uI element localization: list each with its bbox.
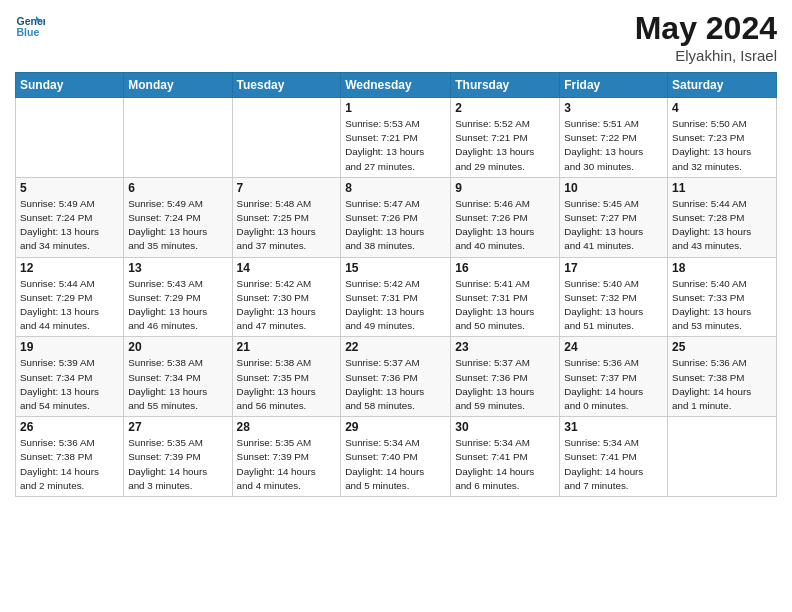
day-info: Sunrise: 5:34 AM Sunset: 7:40 PM Dayligh… <box>345 436 446 493</box>
day-cell: 5Sunrise: 5:49 AM Sunset: 7:24 PM Daylig… <box>16 177 124 257</box>
day-cell: 13Sunrise: 5:43 AM Sunset: 7:29 PM Dayli… <box>124 257 232 337</box>
day-number: 9 <box>455 181 555 195</box>
day-cell: 7Sunrise: 5:48 AM Sunset: 7:25 PM Daylig… <box>232 177 341 257</box>
day-cell: 16Sunrise: 5:41 AM Sunset: 7:31 PM Dayli… <box>451 257 560 337</box>
header: General Blue May 2024 Elyakhin, Israel <box>15 10 777 64</box>
day-number: 31 <box>564 420 663 434</box>
day-cell: 29Sunrise: 5:34 AM Sunset: 7:40 PM Dayli… <box>341 417 451 497</box>
day-info: Sunrise: 5:37 AM Sunset: 7:36 PM Dayligh… <box>455 356 555 413</box>
day-cell: 2Sunrise: 5:52 AM Sunset: 7:21 PM Daylig… <box>451 98 560 178</box>
day-info: Sunrise: 5:37 AM Sunset: 7:36 PM Dayligh… <box>345 356 446 413</box>
col-saturday: Saturday <box>668 73 777 98</box>
week-row-1: 1Sunrise: 5:53 AM Sunset: 7:21 PM Daylig… <box>16 98 777 178</box>
day-info: Sunrise: 5:42 AM Sunset: 7:31 PM Dayligh… <box>345 277 446 334</box>
day-cell: 27Sunrise: 5:35 AM Sunset: 7:39 PM Dayli… <box>124 417 232 497</box>
day-cell <box>668 417 777 497</box>
day-cell: 25Sunrise: 5:36 AM Sunset: 7:38 PM Dayli… <box>668 337 777 417</box>
day-cell: 21Sunrise: 5:38 AM Sunset: 7:35 PM Dayli… <box>232 337 341 417</box>
day-cell: 24Sunrise: 5:36 AM Sunset: 7:37 PM Dayli… <box>560 337 668 417</box>
month-title: May 2024 <box>635 10 777 47</box>
day-number: 4 <box>672 101 772 115</box>
page: General Blue May 2024 Elyakhin, Israel S… <box>0 0 792 612</box>
day-number: 7 <box>237 181 337 195</box>
day-number: 12 <box>20 261 119 275</box>
day-cell: 28Sunrise: 5:35 AM Sunset: 7:39 PM Dayli… <box>232 417 341 497</box>
day-number: 25 <box>672 340 772 354</box>
day-info: Sunrise: 5:39 AM Sunset: 7:34 PM Dayligh… <box>20 356 119 413</box>
day-cell: 11Sunrise: 5:44 AM Sunset: 7:28 PM Dayli… <box>668 177 777 257</box>
day-info: Sunrise: 5:51 AM Sunset: 7:22 PM Dayligh… <box>564 117 663 174</box>
day-info: Sunrise: 5:46 AM Sunset: 7:26 PM Dayligh… <box>455 197 555 254</box>
col-monday: Monday <box>124 73 232 98</box>
day-number: 10 <box>564 181 663 195</box>
day-info: Sunrise: 5:48 AM Sunset: 7:25 PM Dayligh… <box>237 197 337 254</box>
day-number: 30 <box>455 420 555 434</box>
day-number: 29 <box>345 420 446 434</box>
logo-icon: General Blue <box>15 10 45 40</box>
day-number: 21 <box>237 340 337 354</box>
week-row-5: 26Sunrise: 5:36 AM Sunset: 7:38 PM Dayli… <box>16 417 777 497</box>
week-row-2: 5Sunrise: 5:49 AM Sunset: 7:24 PM Daylig… <box>16 177 777 257</box>
col-thursday: Thursday <box>451 73 560 98</box>
day-info: Sunrise: 5:40 AM Sunset: 7:32 PM Dayligh… <box>564 277 663 334</box>
col-wednesday: Wednesday <box>341 73 451 98</box>
calendar: Sunday Monday Tuesday Wednesday Thursday… <box>15 72 777 497</box>
day-number: 1 <box>345 101 446 115</box>
day-number: 8 <box>345 181 446 195</box>
day-cell: 10Sunrise: 5:45 AM Sunset: 7:27 PM Dayli… <box>560 177 668 257</box>
day-cell: 19Sunrise: 5:39 AM Sunset: 7:34 PM Dayli… <box>16 337 124 417</box>
day-cell: 23Sunrise: 5:37 AM Sunset: 7:36 PM Dayli… <box>451 337 560 417</box>
day-number: 3 <box>564 101 663 115</box>
day-number: 6 <box>128 181 227 195</box>
day-cell: 17Sunrise: 5:40 AM Sunset: 7:32 PM Dayli… <box>560 257 668 337</box>
day-cell: 31Sunrise: 5:34 AM Sunset: 7:41 PM Dayli… <box>560 417 668 497</box>
day-number: 2 <box>455 101 555 115</box>
day-number: 11 <box>672 181 772 195</box>
day-number: 22 <box>345 340 446 354</box>
week-row-4: 19Sunrise: 5:39 AM Sunset: 7:34 PM Dayli… <box>16 337 777 417</box>
day-cell: 20Sunrise: 5:38 AM Sunset: 7:34 PM Dayli… <box>124 337 232 417</box>
day-info: Sunrise: 5:38 AM Sunset: 7:34 PM Dayligh… <box>128 356 227 413</box>
day-cell: 6Sunrise: 5:49 AM Sunset: 7:24 PM Daylig… <box>124 177 232 257</box>
col-tuesday: Tuesday <box>232 73 341 98</box>
day-cell: 4Sunrise: 5:50 AM Sunset: 7:23 PM Daylig… <box>668 98 777 178</box>
day-number: 14 <box>237 261 337 275</box>
day-number: 16 <box>455 261 555 275</box>
day-cell: 14Sunrise: 5:42 AM Sunset: 7:30 PM Dayli… <box>232 257 341 337</box>
day-info: Sunrise: 5:53 AM Sunset: 7:21 PM Dayligh… <box>345 117 446 174</box>
day-info: Sunrise: 5:40 AM Sunset: 7:33 PM Dayligh… <box>672 277 772 334</box>
day-info: Sunrise: 5:43 AM Sunset: 7:29 PM Dayligh… <box>128 277 227 334</box>
day-cell: 15Sunrise: 5:42 AM Sunset: 7:31 PM Dayli… <box>341 257 451 337</box>
day-number: 27 <box>128 420 227 434</box>
day-info: Sunrise: 5:49 AM Sunset: 7:24 PM Dayligh… <box>128 197 227 254</box>
day-info: Sunrise: 5:35 AM Sunset: 7:39 PM Dayligh… <box>128 436 227 493</box>
day-number: 19 <box>20 340 119 354</box>
day-number: 18 <box>672 261 772 275</box>
day-info: Sunrise: 5:44 AM Sunset: 7:29 PM Dayligh… <box>20 277 119 334</box>
title-block: May 2024 Elyakhin, Israel <box>635 10 777 64</box>
day-info: Sunrise: 5:41 AM Sunset: 7:31 PM Dayligh… <box>455 277 555 334</box>
day-cell: 1Sunrise: 5:53 AM Sunset: 7:21 PM Daylig… <box>341 98 451 178</box>
day-cell <box>124 98 232 178</box>
day-cell: 30Sunrise: 5:34 AM Sunset: 7:41 PM Dayli… <box>451 417 560 497</box>
day-number: 24 <box>564 340 663 354</box>
day-cell: 18Sunrise: 5:40 AM Sunset: 7:33 PM Dayli… <box>668 257 777 337</box>
day-info: Sunrise: 5:35 AM Sunset: 7:39 PM Dayligh… <box>237 436 337 493</box>
header-row: Sunday Monday Tuesday Wednesday Thursday… <box>16 73 777 98</box>
day-info: Sunrise: 5:36 AM Sunset: 7:38 PM Dayligh… <box>672 356 772 413</box>
day-cell: 3Sunrise: 5:51 AM Sunset: 7:22 PM Daylig… <box>560 98 668 178</box>
day-number: 5 <box>20 181 119 195</box>
day-cell: 12Sunrise: 5:44 AM Sunset: 7:29 PM Dayli… <box>16 257 124 337</box>
col-friday: Friday <box>560 73 668 98</box>
location: Elyakhin, Israel <box>635 47 777 64</box>
col-sunday: Sunday <box>16 73 124 98</box>
day-info: Sunrise: 5:36 AM Sunset: 7:37 PM Dayligh… <box>564 356 663 413</box>
calendar-body: 1Sunrise: 5:53 AM Sunset: 7:21 PM Daylig… <box>16 98 777 497</box>
day-info: Sunrise: 5:47 AM Sunset: 7:26 PM Dayligh… <box>345 197 446 254</box>
svg-text:Blue: Blue <box>17 26 40 38</box>
day-number: 23 <box>455 340 555 354</box>
day-info: Sunrise: 5:42 AM Sunset: 7:30 PM Dayligh… <box>237 277 337 334</box>
day-info: Sunrise: 5:34 AM Sunset: 7:41 PM Dayligh… <box>455 436 555 493</box>
day-info: Sunrise: 5:49 AM Sunset: 7:24 PM Dayligh… <box>20 197 119 254</box>
day-info: Sunrise: 5:50 AM Sunset: 7:23 PM Dayligh… <box>672 117 772 174</box>
